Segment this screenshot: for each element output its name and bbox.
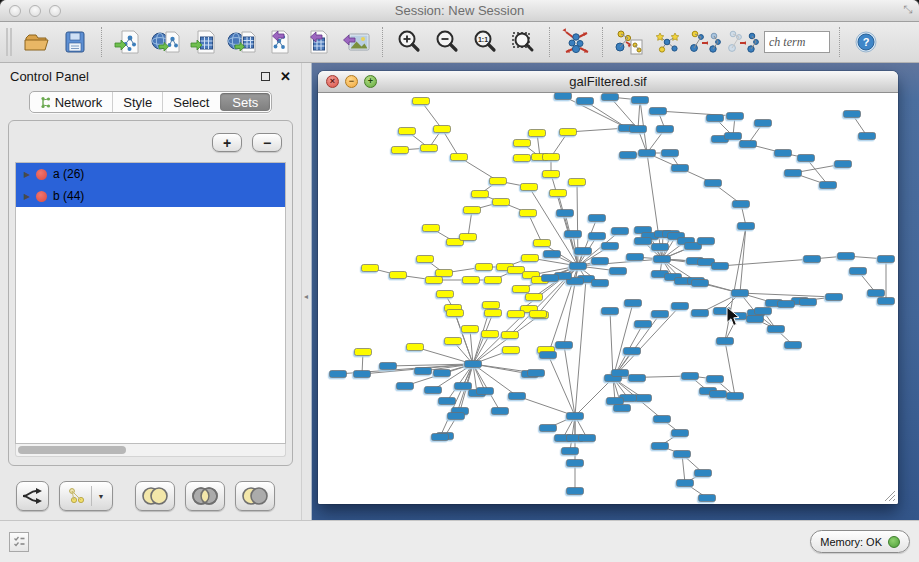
graph-node[interactable] [614, 405, 631, 412]
split-sets-button[interactable] [16, 481, 49, 511]
network-graph[interactable] [318, 93, 898, 504]
show-all-button[interactable] [726, 26, 760, 58]
graph-node[interactable] [493, 199, 510, 206]
graph-node[interactable] [362, 265, 379, 272]
graph-node[interactable] [707, 115, 724, 122]
graph-node[interactable] [630, 126, 647, 133]
graph-node[interactable] [476, 264, 493, 271]
set-row-b[interactable]: ▶ b (44) [16, 185, 285, 207]
graph-node[interactable] [550, 190, 567, 197]
graph-node[interactable] [677, 480, 694, 487]
union-sets-button[interactable] [135, 481, 175, 511]
network-view-window[interactable]: × − + galFiltered.sif [318, 71, 898, 504]
graph-node[interactable] [567, 413, 584, 420]
graph-node[interactable] [555, 93, 572, 100]
select-nodes-button[interactable] [650, 26, 684, 58]
graph-node[interactable] [354, 371, 371, 378]
graph-node[interactable] [472, 191, 489, 198]
import-network-file-button[interactable] [111, 26, 145, 58]
graph-node[interactable] [652, 244, 669, 251]
graph-node[interactable] [878, 298, 895, 305]
graph-node[interactable] [528, 370, 545, 377]
graph-node[interactable] [820, 182, 837, 189]
set-row-a[interactable]: ▶ a (26) [16, 163, 285, 185]
graph-node[interactable] [878, 256, 895, 263]
graph-node[interactable] [639, 150, 656, 157]
remove-set-button[interactable]: − [252, 133, 282, 152]
graph-node[interactable] [520, 210, 537, 217]
graph-node[interactable] [508, 267, 525, 274]
graph-node[interactable] [421, 145, 438, 152]
graph-node[interactable] [392, 147, 409, 154]
graph-node[interactable] [740, 141, 757, 148]
graph-node[interactable] [672, 165, 689, 172]
graph-node[interactable] [620, 152, 637, 159]
graph-node[interactable] [565, 231, 582, 238]
zoom-out-button[interactable] [430, 26, 464, 58]
graph-node[interactable] [451, 154, 468, 161]
graph-node[interactable] [540, 352, 557, 359]
graph-node[interactable] [490, 178, 507, 185]
graph-node[interactable] [652, 443, 669, 450]
tab-style[interactable]: Style [112, 92, 162, 112]
graph-node[interactable] [415, 368, 432, 375]
graph-node[interactable] [589, 233, 606, 240]
intersect-sets-button[interactable] [185, 481, 225, 511]
graph-node[interactable] [579, 435, 596, 442]
graph-node[interactable] [413, 98, 430, 105]
graph-node[interactable] [698, 238, 715, 245]
graph-node[interactable] [755, 120, 772, 127]
fullscreen-icon[interactable]: ⤡ [903, 4, 912, 15]
tab-sets[interactable]: Sets [220, 93, 270, 111]
graph-node[interactable] [437, 291, 454, 298]
graph-node[interactable] [785, 170, 802, 177]
graph-node[interactable] [463, 277, 480, 284]
graph-node[interactable] [514, 155, 531, 162]
graph-node[interactable] [557, 210, 574, 217]
graph-node[interactable] [477, 388, 494, 395]
float-panel-icon[interactable] [261, 72, 270, 81]
graph-node[interactable] [625, 300, 642, 307]
import-table-url-button[interactable] [225, 26, 259, 58]
graph-node[interactable] [439, 398, 456, 405]
panel-splitter[interactable]: ◂ [302, 63, 312, 520]
graph-node[interactable] [612, 228, 629, 235]
add-set-button[interactable]: + [212, 133, 242, 152]
graph-node[interactable] [654, 256, 671, 263]
graph-node[interactable] [775, 150, 792, 157]
graph-node[interactable] [733, 201, 750, 208]
create-set-dropdown-button[interactable]: ▼ [59, 481, 113, 511]
graph-node[interactable] [447, 310, 464, 317]
graph-node[interactable] [464, 207, 481, 214]
graph-node[interactable] [485, 310, 502, 317]
graph-node[interactable] [483, 302, 500, 309]
graph-node[interactable] [556, 342, 573, 349]
graph-node[interactable] [567, 488, 584, 495]
graph-node[interactable] [448, 413, 465, 420]
graph-node[interactable] [710, 391, 727, 398]
graph-node[interactable] [727, 393, 744, 400]
graph-node[interactable] [602, 94, 619, 101]
graph-node[interactable] [455, 383, 472, 390]
graph-node[interactable] [502, 332, 519, 339]
graph-node[interactable] [534, 240, 551, 247]
chevron-down-icon[interactable]: ▼ [97, 493, 104, 500]
graph-node[interactable] [707, 376, 724, 383]
apply-layout-button[interactable] [559, 26, 593, 58]
graph-node[interactable] [717, 338, 734, 345]
graph-node[interactable] [526, 294, 543, 301]
graph-node[interactable] [602, 308, 619, 315]
resize-grip-icon[interactable] [882, 488, 896, 502]
graph-node[interactable] [425, 387, 442, 394]
graph-node[interactable] [355, 349, 372, 356]
graph-node[interactable] [627, 254, 644, 261]
graph-node[interactable] [868, 290, 885, 297]
graph-node[interactable] [543, 154, 560, 161]
graph-node[interactable] [682, 373, 699, 380]
graph-node[interactable] [778, 301, 795, 308]
tab-network[interactable]: Network [30, 92, 113, 112]
graph-node[interactable] [521, 184, 538, 191]
graph-node[interactable] [692, 310, 709, 317]
graph-node[interactable] [674, 451, 691, 458]
graph-node[interactable] [705, 180, 722, 187]
